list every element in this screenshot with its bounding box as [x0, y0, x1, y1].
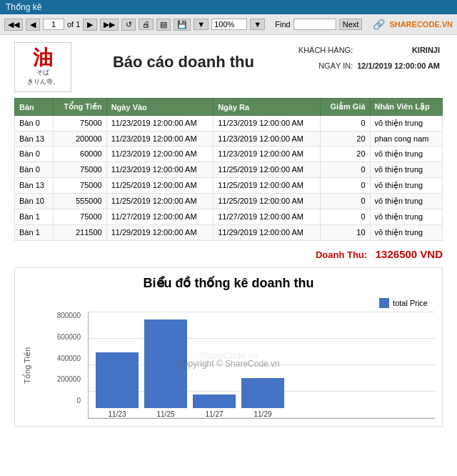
col-nhan-vien: Nhân Viên Lập	[370, 99, 442, 116]
cell-ngay-vao: 11/23/2019 12:00:00 AM	[106, 116, 213, 132]
table-row: Bàn 1 211500 11/29/2019 12:00:00 AM 11/2…	[15, 225, 443, 241]
cell-ban: Bàn 0	[15, 162, 54, 178]
toolbar-next-btn[interactable]: ▶	[83, 19, 97, 31]
sharecode-text: SHARECODE.VN	[389, 20, 453, 29]
title-bar: Thống kê	[0, 0, 457, 14]
sharecode-logo: 🔗 SHARECODE.VN	[371, 16, 453, 32]
logo-kanji: 油	[33, 48, 53, 68]
total-value: 1326500 VND	[376, 248, 443, 260]
report-title-area: Báo cáo doanh thu	[71, 42, 296, 71]
bar	[193, 395, 236, 409]
copyright: Copyright © ShareCode.vn	[177, 359, 280, 369]
cell-ngay-ra: 11/25/2019 12:00:00 AM	[214, 178, 320, 194]
cell-ban: Bàn 10	[15, 194, 54, 209]
data-table: Bàn Tổng Tiền Ngày Vào Ngày Ra Giảm Giá …	[14, 98, 443, 241]
toolbar-refresh-btn[interactable]: ↺	[121, 19, 136, 31]
total-row: Doanh Thu: 1326500 VND	[14, 248, 443, 260]
col-ngay-vao: Ngày Vào	[106, 99, 213, 116]
table-row: Bàn 10 555000 11/25/2019 12:00:00 AM 11/…	[15, 194, 443, 209]
cell-giam-gia: 20	[320, 132, 370, 147]
cell-ngay-vao: 11/23/2019 12:00:00 AM	[106, 147, 213, 162]
total-label: Doanh Thu:	[316, 249, 367, 260]
toolbar-last-btn[interactable]: ▶▶	[100, 19, 119, 31]
cell-tong-tien: 75000	[53, 162, 106, 178]
cell-ngay-vao: 11/29/2019 12:00:00 AM	[106, 225, 213, 241]
cell-ngay-ra: 11/27/2019 12:00:00 AM	[214, 209, 320, 225]
cell-ngay-vao: 11/23/2019 12:00:00 AM	[106, 162, 213, 178]
cell-nhan-vien: võ thiện trung	[370, 209, 442, 225]
col-giam-gia: Giảm Giá	[320, 99, 370, 116]
window-title: Thống kê	[6, 2, 41, 12]
chart-title: Biểu đồ thống kê doanh thu	[22, 275, 435, 291]
zoom-input[interactable]	[211, 19, 247, 30]
zoom-dropdown-btn[interactable]: ▼	[250, 19, 265, 30]
bar-label: 11/25	[156, 410, 174, 418]
toolbar-first-btn[interactable]: ◀◀	[4, 19, 23, 31]
toolbar-export-btn[interactable]: 💾	[174, 19, 191, 31]
next-btn[interactable]: Next	[339, 19, 363, 30]
cell-giam-gia: 0	[320, 162, 370, 178]
table-row: Bàn 13 75000 11/25/2019 12:00:00 AM 11/2…	[15, 178, 443, 194]
y-axis-tick: 200000	[57, 375, 81, 383]
logo-sub: きりん寺。	[27, 77, 59, 86]
cell-nhan-vien: võ thiện trung	[370, 225, 442, 241]
report-title: Báo cáo doanh thu	[71, 53, 296, 71]
table-row: Bàn 0 60000 11/23/2019 12:00:00 AM 11/23…	[15, 147, 443, 162]
bar-label: 11/23	[108, 410, 126, 418]
sharecode-icon: 🔗	[371, 16, 386, 32]
cell-tong-tien: 75000	[53, 116, 106, 132]
cell-ban: Bàn 0	[15, 116, 54, 132]
cell-ngay-ra: 11/29/2019 12:00:00 AM	[214, 225, 320, 241]
find-input[interactable]	[293, 19, 336, 30]
page-number-input[interactable]	[43, 19, 64, 30]
legend-label: total Price	[393, 299, 428, 307]
cell-ngay-vao: 11/27/2019 12:00:00 AM	[106, 209, 213, 225]
find-label: Find	[275, 20, 290, 29]
cell-tong-tien: 60000	[53, 147, 106, 162]
logo-area: 油 そば きりん寺。	[14, 42, 71, 92]
chart-legend: total Price	[22, 298, 435, 308]
report-header: 油 そば きりん寺。 Báo cáo doanh thu KHÁCH HÀNG:…	[14, 42, 443, 92]
cell-nhan-vien: võ thiện trung	[370, 194, 442, 209]
cell-ban: Bàn 1	[15, 209, 54, 225]
col-ngay-ra: Ngày Ra	[214, 99, 320, 116]
col-ban: Bàn	[15, 99, 54, 116]
cell-ngay-vao: 11/23/2019 12:00:00 AM	[106, 132, 213, 147]
bar-group: 11/29	[241, 378, 284, 418]
khach-hang-label: KHÁCH HÀNG:	[297, 44, 354, 58]
cell-nhan-vien: võ thiện trung	[370, 162, 442, 178]
toolbar-layout-btn[interactable]: ▤	[156, 19, 171, 31]
toolbar: ◀◀ ◀ of 1 ▶ ▶▶ ↺ 🖨 ▤ 💾 ▼ ▼ Find Next 🔗 S…	[0, 14, 457, 35]
y-axis-tick: 0	[76, 397, 81, 405]
page-total: of 1	[67, 20, 80, 29]
toolbar-prev-btn[interactable]: ◀	[26, 19, 40, 31]
cell-tong-tien: 200000	[53, 132, 106, 147]
logo-kana: そば	[36, 68, 49, 77]
y-axis-tick: 800000	[57, 312, 81, 319]
cell-giam-gia: 0	[320, 178, 370, 194]
bar	[96, 352, 139, 408]
bar-group: 11/23	[96, 352, 139, 418]
cell-nhan-vien: võ thiện trung	[370, 178, 442, 194]
table-row: Bàn 0 75000 11/23/2019 12:00:00 AM 11/25…	[15, 162, 443, 178]
bar-label: 11/29	[253, 410, 271, 418]
table-row: Bàn 13 200000 11/23/2019 12:00:00 AM 11/…	[15, 132, 443, 147]
cell-giam-gia: 0	[320, 116, 370, 132]
cell-ngay-ra: 11/25/2019 12:00:00 AM	[214, 194, 320, 209]
ngay-in-value: 12/1/2019 12:00:00 AM	[356, 59, 441, 74]
cell-tong-tien: 75000	[53, 209, 106, 225]
bar	[241, 378, 284, 408]
toolbar-print-btn[interactable]: 🖨	[139, 19, 154, 30]
cell-tong-tien: 555000	[53, 194, 106, 209]
cell-nhan-vien: võ thiện trung	[370, 147, 442, 162]
ngay-in-label: NGÀY IN:	[297, 59, 354, 74]
cell-ngay-vao: 11/25/2019 12:00:00 AM	[106, 178, 213, 194]
khach-hang-value: KIRINJI	[356, 44, 441, 58]
cell-ban: Bàn 0	[15, 147, 54, 162]
cell-ngay-ra: 11/23/2019 12:00:00 AM	[214, 116, 320, 132]
cell-nhan-vien: phan cong nam	[370, 132, 442, 147]
toolbar-dropdown-btn[interactable]: ▼	[194, 19, 209, 30]
y-axis-tick: 600000	[57, 333, 81, 341]
main-content: 油 そば きりん寺。 Báo cáo doanh thu KHÁCH HÀNG:…	[0, 35, 457, 476]
cell-ngay-ra: 11/25/2019 12:00:00 AM	[214, 162, 320, 178]
